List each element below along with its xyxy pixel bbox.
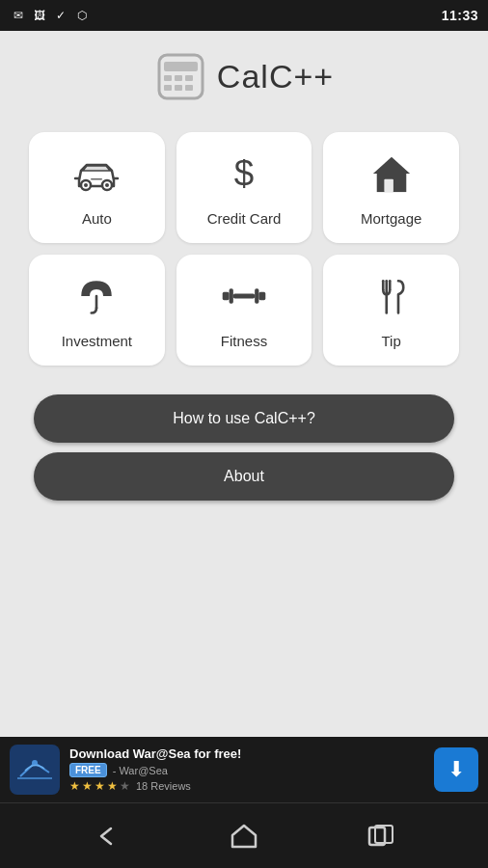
app-title: CalC++ bbox=[217, 58, 334, 95]
svg-rect-7 bbox=[185, 85, 193, 91]
gmail-icon: ✉ bbox=[10, 9, 27, 22]
svg-rect-21 bbox=[255, 288, 258, 303]
svg-text:$: $ bbox=[234, 153, 254, 193]
how-to-button[interactable]: How to use CalC++? bbox=[34, 394, 454, 443]
ad-title: Download War@Sea for free! bbox=[69, 746, 424, 761]
svg-point-9 bbox=[84, 183, 88, 187]
svg-rect-2 bbox=[164, 75, 172, 81]
android-icon: ⬡ bbox=[73, 9, 91, 22]
ad-reviews: 18 Reviews bbox=[136, 780, 191, 792]
svg-rect-12 bbox=[91, 178, 102, 180]
star-4: ★ bbox=[107, 779, 118, 793]
svg-rect-5 bbox=[164, 85, 172, 91]
svg-rect-1 bbox=[164, 62, 198, 71]
dollar-icon: $ bbox=[221, 153, 267, 201]
svg-rect-20 bbox=[233, 293, 255, 298]
dumbbell-icon bbox=[221, 276, 267, 323]
tile-tip[interactable]: Tip bbox=[323, 255, 459, 366]
star-1: ★ bbox=[69, 779, 80, 793]
svg-rect-27 bbox=[15, 755, 54, 784]
action-buttons: How to use CalC++? About bbox=[29, 394, 459, 501]
svg-rect-18 bbox=[223, 291, 230, 300]
status-bar: ✉ 🖼 ✓ ⬡ 11:33 bbox=[0, 0, 488, 31]
tile-fitness-label: Fitness bbox=[221, 333, 267, 349]
tile-mortgage[interactable]: Mortgage bbox=[323, 132, 459, 243]
tile-auto[interactable]: Auto bbox=[29, 132, 165, 243]
car-icon bbox=[73, 153, 120, 201]
ad-image bbox=[10, 745, 60, 795]
back-button[interactable] bbox=[86, 815, 128, 857]
tile-investment[interactable]: Investment bbox=[29, 255, 165, 366]
svg-rect-3 bbox=[175, 75, 182, 81]
status-icons: ✉ 🖼 ✓ ⬡ bbox=[10, 9, 91, 22]
check-icon: ✓ bbox=[52, 9, 69, 22]
fork-knife-icon bbox=[368, 276, 415, 323]
image-icon: 🖼 bbox=[31, 9, 48, 22]
ad-banner[interactable]: Download War@Sea for free! FREE - War@Se… bbox=[0, 737, 488, 802]
ad-free-badge: FREE bbox=[69, 763, 107, 777]
logo-area: CalC++ bbox=[154, 50, 334, 103]
ad-text-content: Download War@Sea for free! FREE - War@Se… bbox=[69, 746, 424, 793]
nav-bar bbox=[0, 802, 488, 868]
ad-sub-row: FREE - War@Sea bbox=[69, 763, 424, 777]
star-2: ★ bbox=[82, 779, 93, 793]
ad-stars-row: ★ ★ ★ ★ ★ 18 Reviews bbox=[69, 779, 424, 793]
svg-rect-4 bbox=[185, 75, 193, 81]
home-button[interactable] bbox=[223, 815, 265, 857]
star-5: ★ bbox=[120, 779, 130, 793]
svg-rect-19 bbox=[230, 288, 233, 303]
calc-grid: Auto $ Credit Card Mortgage bbox=[29, 132, 459, 366]
svg-rect-22 bbox=[258, 291, 265, 300]
svg-rect-16 bbox=[384, 178, 393, 191]
tile-auto-label: Auto bbox=[82, 210, 112, 227]
recents-button[interactable] bbox=[360, 815, 402, 857]
svg-point-11 bbox=[105, 183, 109, 187]
calc-logo-icon bbox=[154, 50, 207, 103]
umbrella-icon bbox=[73, 276, 120, 323]
tile-investment-label: Investment bbox=[62, 333, 132, 349]
svg-marker-14 bbox=[373, 156, 410, 173]
download-icon: ⬇ bbox=[447, 759, 465, 780]
ad-source: - War@Sea bbox=[113, 765, 168, 776]
tile-tip-label: Tip bbox=[382, 333, 401, 349]
tile-fitness[interactable]: Fitness bbox=[176, 255, 312, 366]
svg-rect-6 bbox=[175, 85, 182, 91]
tile-credit-card[interactable]: $ Credit Card bbox=[176, 132, 312, 243]
ad-download-button[interactable]: ⬇ bbox=[434, 747, 478, 792]
main-content: CalC++ Auto bbox=[0, 31, 488, 725]
tile-credit-card-label: Credit Card bbox=[207, 210, 282, 227]
clock: 11:33 bbox=[442, 8, 478, 23]
house-icon bbox=[368, 153, 415, 201]
tile-mortgage-label: Mortgage bbox=[361, 210, 421, 227]
about-button[interactable]: About bbox=[34, 452, 454, 501]
star-3: ★ bbox=[95, 779, 105, 793]
